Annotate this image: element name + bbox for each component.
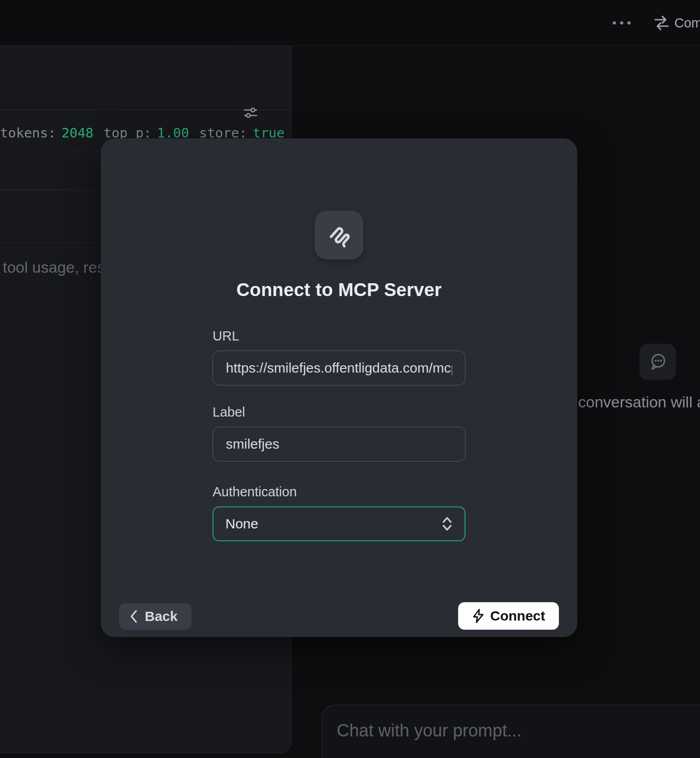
authentication-label: Authentication (213, 484, 465, 500)
label-input[interactable] (213, 427, 465, 461)
back-button[interactable]: Back (119, 603, 191, 630)
section-divider (0, 242, 101, 243)
model-settings-button[interactable] (241, 104, 260, 122)
url-input[interactable] (213, 351, 465, 385)
authentication-selected-value: None (225, 516, 258, 532)
mcp-server-avatar (315, 211, 363, 259)
chat-bubble-icon (647, 352, 668, 373)
chevron-up-down-icon (442, 516, 453, 532)
sliders-icon (244, 106, 257, 120)
modal-footer: Back Connect (101, 602, 577, 637)
top-bar: Com (0, 0, 700, 46)
empty-conversation-text: conversation will a (578, 393, 700, 411)
authentication-select[interactable]: None (213, 506, 465, 541)
empty-conversation-tile (640, 344, 676, 380)
compare-label: Com (674, 16, 700, 31)
swap-arrows-icon (653, 15, 670, 31)
param-key: tokens: (0, 125, 56, 141)
param-value: 2048 (61, 125, 93, 141)
url-label: URL (213, 329, 465, 344)
mcp-squiggle-icon (326, 222, 352, 248)
more-options-button[interactable] (610, 14, 633, 32)
chat-placeholder: Chat with your prompt... (337, 721, 521, 741)
section-divider (0, 190, 101, 190)
bolt-icon (472, 609, 485, 623)
connect-button[interactable]: Connect (458, 602, 559, 630)
connect-button-label: Connect (490, 608, 545, 624)
truncated-description-text: tool usage, resp (3, 258, 114, 276)
ellipsis-icon (612, 20, 632, 26)
mcp-connect-form: URL Label Authentication None (213, 329, 465, 541)
compare-button[interactable]: Com (653, 12, 700, 34)
chevron-left-icon (129, 610, 138, 623)
connect-mcp-modal: Connect to MCP Server URL Label Authenti… (101, 138, 577, 637)
section-divider (0, 110, 291, 110)
chat-composer[interactable]: Chat with your prompt... (322, 705, 700, 758)
back-button-label: Back (145, 609, 178, 624)
modal-title: Connect to MCP Server (236, 280, 442, 300)
section-divider (0, 152, 101, 152)
label-label: Label (213, 405, 465, 420)
